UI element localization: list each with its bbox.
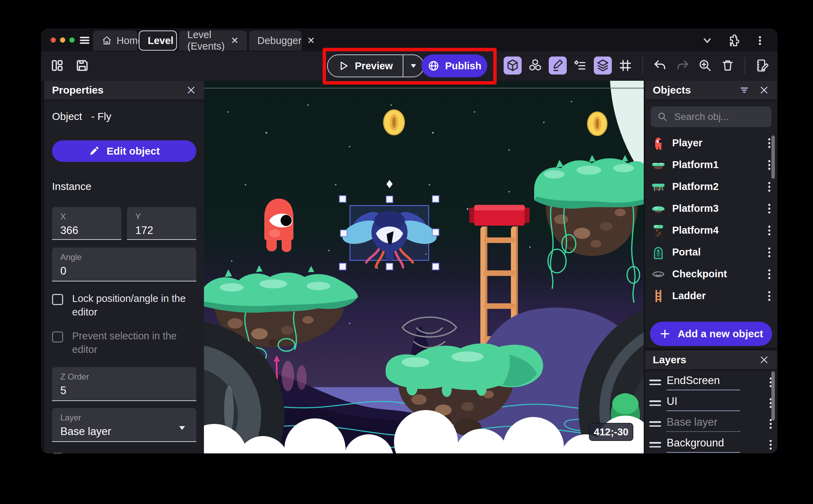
cursor-coordinates-badge: 412;-30 [589,423,633,441]
layer-name[interactable]: Base layer [667,416,740,432]
undo-button[interactable] [651,57,669,75]
object-menu-button[interactable] [767,268,771,280]
object-item-platform1[interactable]: Platform1 [645,154,777,176]
layer-name[interactable]: UI [667,395,740,411]
more-options-button[interactable] [751,32,769,49]
object-item-ladder[interactable]: Ladder [645,285,777,307]
layer-row-base-layer[interactable]: Base layer [645,414,777,434]
zoom-in-button[interactable] [696,57,714,75]
scene-editor-canvas[interactable]: 412;-30 [204,81,644,453]
layer-name[interactable]: Background [667,437,740,453]
toggle-objects-panel-button[interactable] [504,57,522,75]
preview-options-button[interactable] [403,55,423,77]
close-tab-icon[interactable]: ✕ [231,36,239,45]
toolbar-divider [745,57,745,74]
object-item-platform3[interactable]: Platform3 [645,198,777,219]
coin[interactable] [384,110,404,135]
object-menu-button[interactable] [767,290,771,302]
layers-panel-title: Layers [653,354,686,366]
toggle-layers-panel-button[interactable] [594,57,612,75]
object-menu-button[interactable] [767,203,771,215]
fly-object-selected[interactable] [340,196,440,270]
tab-debugger[interactable]: Debugger ✕ [249,31,302,51]
instances-list-button[interactable] [571,57,589,75]
filter-objects-button[interactable] [739,85,750,96]
minimize-window-button[interactable] [60,37,65,43]
main-menu-button[interactable] [77,33,92,48]
object-name: - Fly [91,111,111,122]
objects-scrollbar[interactable] [771,136,775,179]
object-menu-button[interactable] [767,225,771,236]
edit-object-button[interactable]: Edit object [52,140,196,162]
object-label: Player [672,137,702,149]
redo-button[interactable] [674,57,692,75]
toggle-grid-button[interactable] [616,57,634,75]
tab-level-active[interactable]: Level ✕ [139,31,177,51]
scene-artwork [204,81,644,453]
layer-menu-button[interactable] [769,439,773,451]
y-field[interactable]: Y 172 [127,207,196,240]
lock-position-checkbox[interactable] [52,294,63,305]
layer-row-background[interactable]: Background [645,434,777,453]
tab-home[interactable]: Home [93,31,137,51]
search-objects-input[interactable] [674,111,777,123]
drag-handle-icon[interactable] [649,380,661,385]
angle-field[interactable]: Angle 0 [52,247,196,281]
z-order-field[interactable]: Z Order 5 [52,367,196,401]
object-search-box[interactable] [651,106,771,127]
object-menu-button[interactable] [767,181,771,193]
toggle-properties-panel-button[interactable] [549,57,567,75]
object-menu-button[interactable] [767,137,771,149]
delete-button[interactable] [719,57,737,75]
preview-button[interactable]: Preview [328,55,403,77]
edit-pencil-icon [550,58,565,73]
close-tab-icon[interactable]: ✕ [307,36,315,45]
object-item-checkpoint[interactable]: Checkpoint [645,263,777,285]
layer-name[interactable]: EndScreen [667,374,740,390]
layout-panels-icon [50,58,65,73]
tab-level-events[interactable]: Level (Events) ✕ [179,31,247,51]
platform3-thumbnail-icon [651,201,666,216]
custom-size-label: Custom size [72,451,194,453]
x-field[interactable]: X 366 [52,207,121,240]
close-objects-icon[interactable] [759,85,769,95]
drag-handle-icon[interactable] [649,442,661,447]
drag-handle-icon[interactable] [649,400,661,406]
coin[interactable] [588,112,607,136]
layer-row-endscreen[interactable]: EndScreen [645,372,777,393]
object-item-platform2[interactable]: Platform2 [645,176,777,198]
window-controls[interactable] [51,37,75,43]
close-properties-icon[interactable] [186,85,196,95]
expand-tabs-button[interactable] [699,32,716,49]
layers-scrollbar[interactable] [771,371,775,420]
object-item-platform4[interactable]: Platform4 [645,219,777,241]
pencil-icon [88,146,100,157]
object-menu-button[interactable] [767,159,771,171]
ladder-thumbnail-icon [651,288,666,304]
search-icon [657,111,668,122]
close-window-button[interactable] [51,37,56,43]
prevent-selection-row: Prevent selection in the editor [52,329,196,356]
close-layers-icon[interactable] [759,355,769,365]
drag-handle-icon[interactable] [649,421,661,427]
object-groups-button[interactable] [526,57,544,75]
custom-size-checkbox[interactable] [52,453,63,453]
layer-row-ui[interactable]: UI [645,393,777,414]
save-project-button[interactable] [74,57,91,74]
object-item-portal[interactable]: Portal [645,241,777,263]
screen: { "titlebar": { "tabs": [ {"label": "Hom… [0,0,813,504]
extensions-button[interactable] [725,32,742,49]
instances-list-icon [573,58,588,73]
x-field-value: 366 [60,224,113,237]
edit-scene-properties-button[interactable] [753,57,771,75]
layer-select[interactable]: Layer Base layer [52,408,196,442]
object-menu-button[interactable] [767,246,771,258]
add-new-object-button[interactable]: Add a new object [650,322,772,346]
canvas-top-line [204,88,644,89]
object-item-player[interactable]: Player [645,132,777,154]
open-project-manager-button[interactable] [49,57,66,74]
layers-list: EndScreen UI Base layer [645,372,777,453]
publish-button[interactable]: Publish [421,54,487,77]
prevent-selection-checkbox[interactable] [52,331,63,342]
maximize-window-button[interactable] [69,37,75,43]
